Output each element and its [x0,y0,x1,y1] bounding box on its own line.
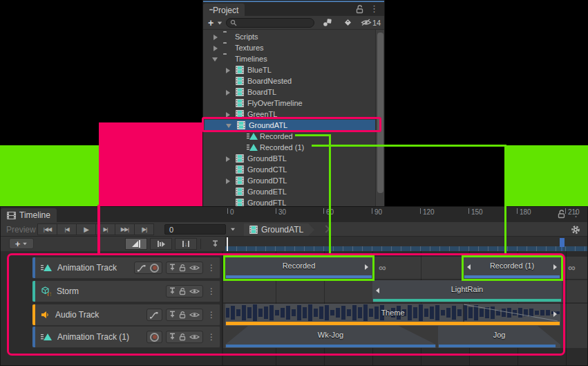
replace-mode-button[interactable]: ↓ [175,238,197,250]
timeline-asset-icon [236,88,244,96]
breadcrumb-label: GroundATL [261,225,303,235]
tab-project[interactable]: Project [203,3,245,17]
infinite-clip-symbol: ∞ [568,262,576,273]
ripple-mode-button[interactable] [150,238,172,250]
annotation-magenta-block [99,122,202,206]
timeline-asset-icon [236,66,244,74]
annotation-magenta-connector-line [97,205,100,255]
ruler-range-band [225,246,587,251]
marker-toggle-button[interactable] [205,238,225,250]
folder-icon [223,33,231,41]
tree-item-boardnested[interactable]: BoardNested [203,75,377,86]
breadcrumb[interactable]: GroundATL [244,223,314,236]
annotation-pink-outline-groundatl [202,117,381,132]
previous-frame-button[interactable]: |◀ [57,223,77,235]
filter-by-label-icon[interactable] [343,18,352,27]
timeline-asset-icon [249,226,258,234]
preview-toggle[interactable]: Preview [6,225,36,235]
annotation-pink-outline-tracks [7,253,565,356]
timeline-asset-icon [236,154,244,163]
goto-end-button[interactable]: ▶▶| [115,223,135,235]
expand-arrow-icon[interactable] [226,68,230,73]
animation-clip-icon [247,132,258,140]
animation-clip-icon [247,143,258,152]
annotation-green-line-recorded-v [329,134,331,255]
timeline-toolbar: Preview |◀◀ |◀ ▶ ▶| ▶▶| [▶] 0 GroundATL [1,222,587,237]
tree-item-recorded[interactable]: Recorded [203,131,377,142]
frame-dropdown-button[interactable] [227,224,238,235]
tree-item-textures[interactable]: Textures [203,42,377,53]
tree-item-bluetl[interactable]: BlueTL [203,64,377,75]
play-range-button[interactable]: [▶] [134,223,154,235]
annotation-green-line-recorded-1-h [312,145,506,147]
tree-item-flyovertimeline[interactable]: FlyOverTimeline [203,98,377,109]
transport-controls: |◀◀ |◀ ▶ ▶| ▶▶| [▶] [38,223,154,235]
kebab-menu-icon[interactable]: ⋮ [370,4,379,14]
folder-open-icon [223,55,231,63]
ruler-tick-210: 210 [568,208,580,216]
unlock-icon[interactable] [558,210,565,219]
tree-item-groundetl[interactable]: GroundETL [203,186,377,197]
create-asset-button[interactable]: + [208,17,214,28]
ruler-tick-150: 150 [471,208,483,216]
timeline-asset-icon [236,99,244,107]
search-input[interactable] [226,18,314,28]
mix-mode-icon [132,241,138,247]
unlock-icon[interactable] [356,5,363,14]
ruler-tick-180: 180 [520,208,531,216]
folder-icon [223,44,231,52]
tree-item-grounddtl[interactable]: GroundDTL [203,175,377,186]
hidden-count-eye-icon[interactable] [361,19,372,26]
search-icon [230,19,237,26]
tree-item-groundctl[interactable]: GroundCTL [203,164,377,175]
ruler-tick-0: 0 [230,208,234,216]
ruler-tick-30: 30 [278,208,286,216]
ripple-mode-icon [158,241,159,247]
collapse-arrow-icon[interactable] [212,57,218,62]
expand-arrow-icon[interactable] [214,35,218,40]
goto-start-button[interactable]: |◀◀ [37,223,57,235]
annotation-green-block-left [0,145,99,206]
expand-arrow-icon[interactable] [226,90,230,95]
project-toolbar: + 14 [203,16,384,30]
film-icon [7,212,16,219]
play-button[interactable]: ▶ [76,223,96,235]
timeline-tab-label: Timeline [19,210,50,220]
annotation-green-line-recorded-1-v [504,145,506,255]
expand-arrow-icon[interactable] [214,46,218,51]
timeline-asset-icon [236,176,244,185]
tree-item-groundftl[interactable]: GroundFTL [203,197,377,207]
add-track-button[interactable]: + [9,238,34,249]
tree-item-boardtl[interactable]: BoardTL [203,86,377,98]
current-frame-input[interactable]: 0 [164,224,226,235]
annotation-green-block-right [505,145,588,206]
timeline-asset-icon [236,187,244,196]
gear-icon[interactable] [571,225,580,235]
unity-editor-canvas: Project ⋮ + [0,0,588,366]
project-tab-label: Project [213,6,238,15]
playhead-marker[interactable] [227,237,228,251]
timeline-asset-icon [236,77,244,85]
replace-mode-icon [182,241,184,247]
expand-arrow-icon[interactable] [226,179,230,184]
tree-item-scripts[interactable]: Scripts [203,31,377,42]
tree-item-groundbtl[interactable]: GroundBTL [203,153,377,164]
project-scrollbar-thumb[interactable] [377,33,383,193]
mix-mode-button[interactable] [125,238,147,250]
tree-item-recorded-1[interactable]: Recorded (1) [203,142,377,153]
expand-arrow-icon[interactable] [226,156,230,162]
hidden-count: 14 [372,19,381,27]
project-window: Project ⋮ + [202,0,385,208]
tab-timeline[interactable]: Timeline [1,208,57,222]
filter-by-type-icon[interactable] [323,18,332,27]
timeline-end-marker[interactable] [560,238,565,247]
annotation-green-line-recorded-h [295,134,331,136]
tree-item-timelines[interactable]: Timelines [203,53,377,64]
timeline-asset-icon [236,165,244,174]
pin-icon [212,240,218,248]
project-tabbar: Project ⋮ [203,2,384,16]
create-asset-dropdown-icon[interactable] [218,22,222,25]
timeline-tabbar: Timeline ⋮ [1,207,587,222]
ruler-tick-90: 90 [374,208,382,216]
ruler-tick-120: 120 [423,208,435,216]
